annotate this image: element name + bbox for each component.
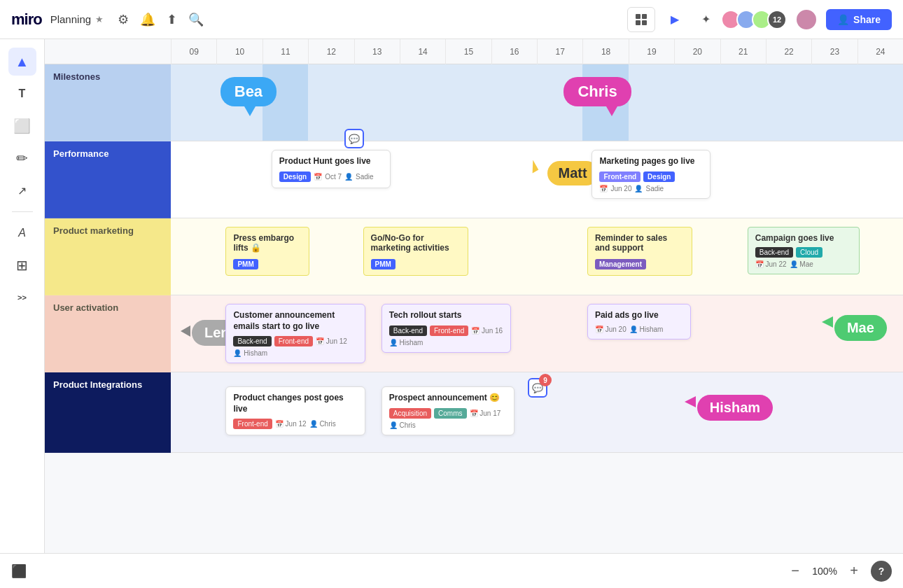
collaborator-avatars: 12 [725,10,787,29]
zoom-level: 100% [812,566,837,577]
topbar-right: ▶ ✦ 12 👤 Share [627,7,892,32]
current-user-avatar [795,8,818,31]
settings-icon[interactable]: ⚙ [118,12,129,27]
date-10: 10 [216,39,262,64]
chat-icon-performance[interactable]: 💬 [344,129,364,148]
timeline-dates: 09 10 11 12 13 14 15 16 17 18 19 20 21 2… [171,39,903,64]
tag-frontend2: Front-end [274,336,313,346]
logo: miro [11,10,42,29]
row-label-product-integrations: Product Integrations [45,372,171,453]
row-product-marketing: Press embargo lifts 🔒 PMM Go/No-Go for m… [171,218,903,295]
date-24: 24 [858,39,903,64]
canvas: 09 10 11 12 13 14 15 16 17 18 19 20 21 2… [45,39,903,553]
row-label-user-activation: User activation [45,295,171,372]
bell-icon[interactable]: 🔔 [140,12,155,27]
card-customer-announcement[interactable]: Customer announcement emails start to go… [225,304,365,363]
card-campaign-live[interactable]: Campaign goes live Back-end Cloud 📅 Jun … [748,227,860,274]
row-milestones: Bea Chris [171,64,903,141]
zoom-controls: − 100% + ? [785,561,892,582]
date-16: 16 [491,39,537,64]
date-22: 22 [766,39,811,64]
board-name[interactable]: Planning ★ [50,13,104,25]
connector-tool[interactable]: ↗ [8,176,36,204]
card-press-embargo[interactable]: Press embargo lifts 🔒 PMM [225,227,309,276]
tag-backend2: Back-end [755,247,793,258]
left-toolbar: ▲ T ⬜ ✏ ↗ A ⊞ >> ↩ [0,39,45,588]
row-labels: Milestones Performance Product marketing… [45,64,171,553]
card-marketing-pages[interactable]: Marketing pages go live Front-end Design… [592,150,710,199]
topbar-tools: ⚙ 🔔 ⬆ 🔍 [118,12,204,27]
select-tool[interactable]: ▲ [8,48,36,76]
row-label-performance: Performance [45,141,171,218]
card-go-no-go[interactable]: Go/No-Go for marketing activities PMM [363,227,468,276]
zoom-out-button[interactable]: − [785,561,805,581]
tag-management: Management [595,259,646,270]
date-21: 21 [720,39,766,64]
calendar-icon2: 📅 [599,185,608,192]
row-label-milestones: Milestones [45,64,171,141]
tag-acquisition: Acquisition [389,408,431,419]
card-prospect-announcement[interactable]: Prospect announcement 😊 Acquisition Comm… [382,386,514,435]
text-tool-2[interactable]: A [8,219,36,247]
user-icon2: 👤 [634,185,643,192]
date-20: 20 [674,39,720,64]
row-user-activation: Lena Customer announcement emails start … [171,295,903,372]
pointer-tool-button[interactable]: ✦ [694,8,717,31]
grid-content: Bea Chris 💬 Product Hunt goes live Desi [171,64,903,553]
zoom-in-button[interactable]: + [844,561,864,581]
tag-backend4: Back-end [389,326,427,336]
row-product-integrations: 💬 9 Product changes post goes live Front… [171,372,903,453]
top-bar: miro Planning ★ ⚙ 🔔 ⬆ 🔍 ▶ ✦ 12 👤 Share [0,0,903,39]
row-label-product-marketing: Product marketing [45,218,171,295]
tag-pmm: PMM [233,259,258,270]
search-icon[interactable]: 🔍 [188,12,204,27]
tag-design: Design [279,172,311,182]
tag-frontend4: Front-end [233,419,272,429]
grid-area: Milestones Performance Product marketing… [45,64,903,553]
upload-icon[interactable]: ⬆ [167,12,177,27]
tag-backend3: Back-end [233,336,271,346]
tag-front-end: Front-end [599,172,640,182]
share-icon: 👤 [837,14,849,25]
tag-cloud: Cloud [796,247,822,258]
share-button[interactable]: 👤 Share [826,9,892,30]
chat-icon-integrations[interactable]: 💬 9 [528,378,547,398]
help-button[interactable]: ? [871,561,892,582]
star-icon[interactable]: ★ [95,14,104,24]
cursor-matt: Matt [542,161,598,186]
date-18: 18 [582,39,628,64]
date-15: 15 [445,39,491,64]
cursor-tool-button[interactable]: ▶ [664,8,686,31]
tag-comms: Comms [434,408,466,419]
avatar-count: 12 [767,10,787,29]
cursor-mae: Mae [834,315,887,341]
svg-rect-2 [636,20,640,25]
card-product-changes-post[interactable]: Product changes post goes live Front-end… [225,386,365,435]
calendar-icon: 📅 [314,173,322,181]
timeline-header: 09 10 11 12 13 14 15 16 17 18 19 20 21 2… [45,39,903,64]
text-tool[interactable]: T [8,80,36,108]
card-paid-ads[interactable]: Paid ads go live 📅 Jun 20 👤 Hisham [587,304,691,340]
date-17: 17 [537,39,582,64]
frame-tool[interactable]: ⊞ [8,251,36,279]
cursor-chris: Chris [564,77,631,106]
tag-frontend3: Front-end [430,326,468,336]
sticky-note-tool[interactable]: ⬜ [8,112,36,140]
svg-rect-0 [636,14,640,19]
card-product-hunt[interactable]: Product Hunt goes live Design 📅 Oct 7 👤 … [272,150,391,188]
pen-tool[interactable]: ✏ [8,144,36,172]
card-reminder-sales[interactable]: Reminder to sales and support Management [587,227,692,276]
tag-design2: Design [643,172,675,182]
date-09: 09 [171,39,216,64]
cursor-hisham: Hisham [697,395,773,421]
row-performance: 💬 Product Hunt goes live Design 📅 Oct 7 … [171,141,903,218]
cursor-bea: Bea [220,77,276,106]
date-12: 12 [308,39,354,64]
date-13: 13 [354,39,400,64]
svg-rect-3 [642,20,647,25]
card-tech-rollout[interactable]: Tech rollout starts Back-end Front-end 📅… [382,304,511,353]
tag-pmm2: PMM [371,259,396,270]
sidebar-toggle-button[interactable]: ⬛ [11,564,27,579]
grid-view-button[interactable] [627,7,655,32]
more-tools[interactable]: >> [8,284,36,312]
